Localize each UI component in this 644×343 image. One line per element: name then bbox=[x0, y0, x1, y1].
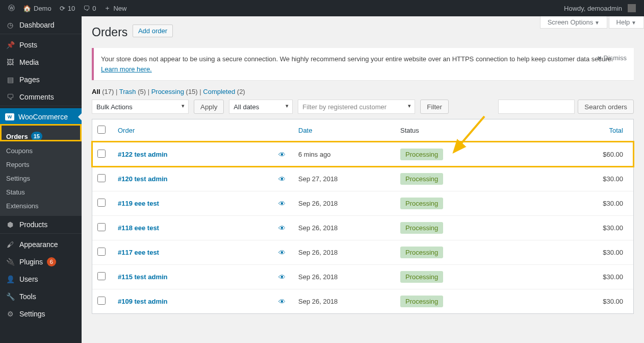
preview-icon[interactable]: 👁 bbox=[276, 175, 288, 183]
updates[interactable]: ⟳10 bbox=[56, 0, 79, 16]
menu-posts[interactable]: 📌Posts bbox=[0, 36, 82, 54]
preview-icon[interactable]: 👁 bbox=[276, 249, 288, 257]
menu-plugins[interactable]: 🔌Plugins6 bbox=[0, 253, 82, 271]
order-date: Sep 26, 2018 bbox=[293, 264, 395, 289]
row-checkbox[interactable] bbox=[97, 297, 106, 305]
table-row[interactable]: #118 eee test👁Sep 26, 2018Processing$30.… bbox=[92, 215, 633, 240]
refresh-icon: ⟳ bbox=[60, 5, 65, 12]
menu-media[interactable]: 🖼Media bbox=[0, 54, 82, 71]
order-date: Sep 26, 2018 bbox=[293, 240, 395, 264]
submenu-settings[interactable]: Settings bbox=[0, 172, 82, 185]
submenu-coupons[interactable]: Coupons bbox=[0, 144, 82, 158]
table-row[interactable]: #120 test admin👁Sep 27, 2018Processing$3… bbox=[92, 166, 633, 191]
status-badge: Processing bbox=[400, 271, 443, 283]
order-link[interactable]: #115 test admin bbox=[118, 273, 168, 281]
order-total: $30.00 bbox=[538, 191, 633, 215]
add-order-button[interactable]: Add order bbox=[133, 24, 173, 37]
table-row[interactable]: #117 eee test👁Sep 26, 2018Processing$30.… bbox=[92, 240, 633, 264]
woocommerce-submenu: Orders15 Coupons Reports Settings Status… bbox=[0, 126, 82, 216]
bulk-actions-select[interactable]: Bulk Actions bbox=[92, 100, 189, 114]
submenu-status[interactable]: Status bbox=[0, 185, 82, 199]
page-title: Orders bbox=[92, 26, 127, 39]
status-badge: Processing bbox=[400, 247, 443, 258]
products-icon: ⬢ bbox=[5, 220, 15, 229]
order-date: Sep 27, 2018 bbox=[293, 166, 395, 191]
menu-dashboard[interactable]: ◷Dashboard bbox=[0, 16, 82, 34]
submenu-reports[interactable]: Reports bbox=[0, 158, 82, 172]
my-account[interactable]: Howdy, demoadmin bbox=[560, 0, 640, 16]
home-icon: 🏠 bbox=[23, 5, 31, 12]
order-date: 6 mins ago bbox=[293, 142, 395, 166]
col-order[interactable]: Order bbox=[118, 127, 135, 134]
menu-appearance[interactable]: 🖌Appearance bbox=[0, 236, 82, 253]
status-badge: Processing bbox=[400, 296, 443, 307]
menu-settings[interactable]: ⚙Settings bbox=[0, 305, 82, 323]
order-link[interactable]: #109 test admin bbox=[118, 298, 168, 305]
row-checkbox[interactable] bbox=[97, 174, 106, 182]
status-badge: Processing bbox=[400, 173, 443, 185]
media-icon: 🖼 bbox=[5, 58, 15, 66]
submenu-orders[interactable]: Orders15 bbox=[0, 129, 82, 144]
menu-users[interactable]: 👤Users bbox=[0, 271, 82, 288]
new-content[interactable]: ＋New bbox=[100, 0, 131, 16]
order-total: $60.00 bbox=[538, 142, 633, 166]
learn-more-link[interactable]: Learn more here. bbox=[101, 65, 152, 73]
view-processing[interactable]: Processing bbox=[151, 88, 184, 95]
preview-icon[interactable]: 👁 bbox=[276, 273, 288, 281]
order-link[interactable]: #122 test admin bbox=[118, 151, 168, 158]
menu-woocommerce[interactable]: WWooCommerce bbox=[0, 108, 82, 126]
preview-icon[interactable]: 👁 bbox=[276, 200, 288, 208]
help-toggle[interactable]: Help bbox=[609, 16, 644, 29]
preview-icon[interactable]: 👁 bbox=[276, 298, 288, 306]
date-filter-select[interactable]: All dates bbox=[229, 100, 293, 114]
screen-options-toggle[interactable]: Screen Options bbox=[540, 16, 607, 29]
table-row[interactable]: #109 test admin👁Sep 26, 2018Processing$3… bbox=[92, 289, 633, 313]
menu-pages[interactable]: ▤Pages bbox=[0, 71, 82, 88]
search-orders-button[interactable]: Search orders bbox=[578, 100, 634, 114]
order-link[interactable]: #120 test admin bbox=[118, 175, 168, 183]
select-all-checkbox[interactable] bbox=[97, 126, 106, 134]
avatar bbox=[628, 4, 636, 12]
apply-bulk-button[interactable]: Apply bbox=[194, 100, 224, 114]
appearance-icon: 🖌 bbox=[5, 240, 15, 249]
pin-icon: 📌 bbox=[5, 41, 15, 49]
order-link[interactable]: #119 eee test bbox=[118, 200, 159, 207]
order-total: $30.00 bbox=[538, 215, 633, 240]
search-orders-input[interactable] bbox=[498, 100, 575, 114]
order-link[interactable]: #118 eee test bbox=[118, 224, 159, 232]
status-badge: Processing bbox=[400, 149, 443, 160]
col-date[interactable]: Date bbox=[298, 127, 312, 134]
row-checkbox[interactable] bbox=[97, 272, 106, 280]
table-row[interactable]: #115 test admin👁Sep 26, 2018Processing$3… bbox=[92, 264, 633, 289]
menu-tools[interactable]: 🔧Tools bbox=[0, 288, 82, 305]
orders-table: Order Date Status Total #122 test admin👁… bbox=[92, 119, 634, 314]
preview-icon[interactable]: 👁 bbox=[276, 224, 288, 232]
dismiss-notice[interactable]: Dismiss bbox=[597, 53, 627, 63]
col-status: Status bbox=[395, 119, 538, 142]
dashboard-icon: ◷ bbox=[5, 21, 15, 29]
customer-filter-select[interactable] bbox=[298, 100, 415, 114]
wp-logo[interactable]: ⓦ bbox=[4, 0, 19, 16]
menu-comments[interactable]: 🗨Comments bbox=[0, 88, 82, 106]
row-checkbox[interactable] bbox=[97, 223, 106, 231]
table-row[interactable]: #119 eee test👁Sep 26, 2018Processing$30.… bbox=[92, 191, 633, 215]
view-trash[interactable]: Trash bbox=[119, 88, 136, 95]
row-checkbox[interactable] bbox=[97, 150, 106, 158]
submenu-extensions[interactable]: Extensions bbox=[0, 199, 82, 213]
preview-icon[interactable]: 👁 bbox=[276, 151, 288, 159]
comments[interactable]: 🗨0 bbox=[79, 0, 100, 16]
order-link[interactable]: #117 eee test bbox=[118, 249, 159, 256]
table-row[interactable]: #122 test admin👁6 mins agoProcessing$60.… bbox=[92, 142, 633, 166]
col-total[interactable]: Total bbox=[609, 127, 623, 134]
row-checkbox[interactable] bbox=[97, 248, 106, 256]
filter-button[interactable]: Filter bbox=[420, 100, 449, 114]
view-completed[interactable]: Completed bbox=[203, 88, 235, 95]
site-name[interactable]: 🏠Demo bbox=[19, 0, 56, 16]
settings-icon: ⚙ bbox=[5, 310, 15, 318]
view-all[interactable]: All bbox=[92, 88, 100, 95]
row-checkbox[interactable] bbox=[97, 199, 106, 207]
plugins-update-badge: 6 bbox=[47, 257, 56, 266]
order-total: $30.00 bbox=[538, 289, 633, 313]
admin-bar: ⓦ 🏠Demo ⟳10 🗨0 ＋New Howdy, demoadmin bbox=[0, 0, 644, 16]
menu-products[interactable]: ⬢Products bbox=[0, 216, 82, 233]
